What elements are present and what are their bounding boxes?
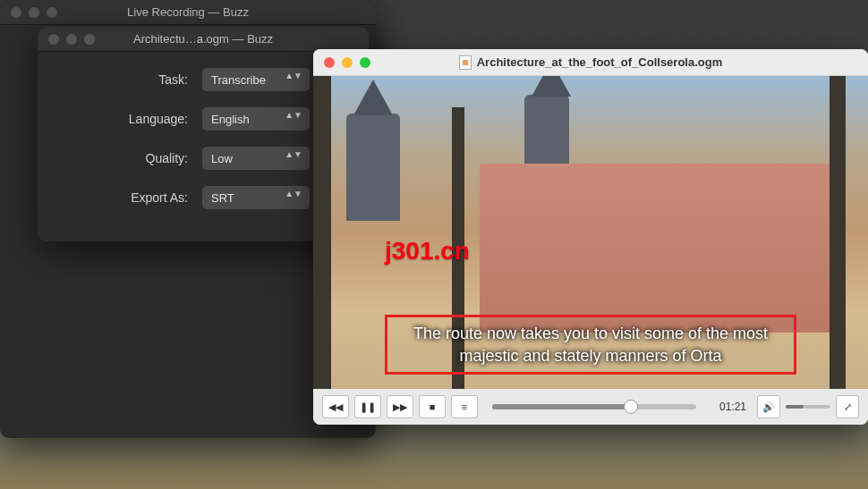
- close-icon[interactable]: [11, 7, 21, 18]
- zoom-icon[interactable]: [360, 57, 370, 68]
- language-label: Language:: [59, 112, 202, 126]
- titlebar[interactable]: Architectu…a.ogm — Buzz: [38, 27, 369, 52]
- minimize-icon[interactable]: [29, 7, 39, 18]
- window-title: Architecture_at_the_foot_of_Collserola.o…: [313, 55, 868, 70]
- seek-bar[interactable]: [492, 404, 696, 409]
- pause-button[interactable]: ❚❚: [354, 395, 381, 418]
- watermark-text: j301.cn: [385, 237, 470, 266]
- export-label: Export As:: [59, 190, 202, 205]
- traffic-lights[interactable]: [313, 57, 370, 68]
- minimize-icon[interactable]: [66, 34, 77, 45]
- subtitle-text: The route now takes you to visit some of…: [396, 323, 785, 367]
- traffic-lights[interactable]: [0, 7, 57, 18]
- playlist-button[interactable]: ≡: [451, 395, 478, 418]
- volume-slider[interactable]: [786, 405, 830, 409]
- forward-button[interactable]: ▶▶: [387, 395, 413, 418]
- minimize-icon[interactable]: [342, 57, 353, 68]
- task-value: Transcribe: [211, 73, 266, 87]
- chevron-updown-icon: ▲▼: [285, 73, 302, 79]
- chevron-updown-icon: ▲▼: [285, 152, 302, 157]
- titlebar[interactable]: Architecture_at_the_foot_of_Collserola.o…: [313, 49, 868, 76]
- language-value: English: [211, 113, 250, 126]
- close-icon[interactable]: [48, 34, 59, 45]
- document-icon: [459, 55, 472, 70]
- chevron-updown-icon: ▲▼: [285, 113, 302, 118]
- chevron-updown-icon: ▲▼: [285, 191, 302, 197]
- task-select[interactable]: Transcribe ▲▼: [202, 68, 310, 91]
- export-value: SRT: [211, 191, 234, 205]
- rewind-button[interactable]: ◀◀: [322, 395, 349, 418]
- video-player-window: Architecture_at_the_foot_of_Collserola.o…: [313, 49, 868, 425]
- quality-select[interactable]: Low ▲▼: [202, 147, 310, 170]
- stop-button[interactable]: ■: [419, 395, 446, 418]
- titlebar[interactable]: Live Recording — Buzz: [0, 0, 376, 25]
- zoom-icon[interactable]: [84, 34, 95, 45]
- quality-label: Quality:: [59, 151, 202, 165]
- caption-highlight: The route now takes you to visit some of…: [385, 315, 796, 375]
- player-controls: ◀◀ ❚❚ ▶▶ ■ ≡ 01:21 🔊 ⤢: [313, 389, 868, 425]
- zoom-icon[interactable]: [47, 7, 57, 18]
- close-icon[interactable]: [324, 57, 335, 68]
- quality-value: Low: [211, 152, 233, 165]
- task-label: Task:: [59, 72, 202, 87]
- seek-knob[interactable]: [624, 400, 638, 414]
- fullscreen-button[interactable]: ⤢: [836, 395, 859, 418]
- traffic-lights[interactable]: [38, 34, 95, 45]
- mute-button[interactable]: 🔊: [757, 395, 780, 418]
- elapsed-time: 01:21: [711, 400, 746, 413]
- language-select[interactable]: English ▲▼: [202, 107, 310, 131]
- video-filename: Architecture_at_the_foot_of_Collserola.o…: [477, 55, 723, 69]
- export-select[interactable]: SRT ▲▼: [202, 186, 310, 209]
- video-viewport[interactable]: j301.cn The route now takes you to visit…: [313, 76, 868, 389]
